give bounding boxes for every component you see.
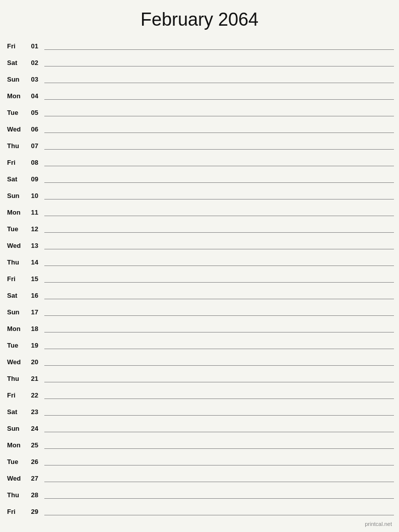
day-name: Sun <box>5 76 24 83</box>
calendar-container: Fri01Sat02Sun03Mon04Tue05Wed06Thu07Fri08… <box>0 35 399 517</box>
day-name: Wed <box>5 475 24 482</box>
day-line <box>44 381 394 382</box>
day-row: Thu28 <box>5 484 394 501</box>
day-name: Sun <box>5 308 24 316</box>
day-row: Sun17 <box>5 301 394 318</box>
day-row: Mon11 <box>5 202 394 218</box>
day-name: Fri <box>5 275 24 283</box>
day-number: 14 <box>24 258 38 266</box>
day-name: Mon <box>5 325 24 332</box>
day-number: 20 <box>24 358 38 366</box>
day-line <box>44 364 394 366</box>
day-number: 09 <box>24 175 38 183</box>
day-line <box>44 397 394 399</box>
day-line <box>44 298 394 299</box>
footer-credit: printcal.net <box>365 521 392 527</box>
day-line <box>44 431 394 432</box>
day-row: Fri08 <box>5 152 394 168</box>
day-row: Sat09 <box>5 168 394 185</box>
day-name: Mon <box>5 209 24 216</box>
day-number: 27 <box>24 475 38 482</box>
day-line <box>44 65 394 66</box>
day-row: Fri29 <box>5 501 394 517</box>
day-row: Wed13 <box>5 235 394 251</box>
day-line <box>44 264 394 266</box>
day-row: Sun03 <box>5 69 394 85</box>
day-number: 25 <box>24 441 38 449</box>
day-number: 12 <box>24 225 38 233</box>
day-number: 24 <box>24 425 38 432</box>
day-name: Sat <box>5 408 24 416</box>
day-name: Thu <box>5 375 24 382</box>
day-number: 16 <box>24 292 38 299</box>
day-name: Sun <box>5 192 24 200</box>
day-number: 21 <box>24 375 38 382</box>
day-row: Fri15 <box>5 268 394 285</box>
day-line <box>44 115 394 116</box>
day-number: 17 <box>24 308 38 316</box>
day-number: 15 <box>24 275 38 283</box>
day-row: Thu14 <box>5 251 394 268</box>
day-number: 28 <box>24 491 38 499</box>
day-name: Tue <box>5 342 24 349</box>
day-name: Tue <box>5 109 24 116</box>
day-row: Fri22 <box>5 384 394 401</box>
day-name: Wed <box>5 242 24 249</box>
day-row: Fri01 <box>5 35 394 52</box>
day-name: Sat <box>5 175 24 183</box>
day-row: Mon04 <box>5 85 394 102</box>
day-row: Sun24 <box>5 418 394 434</box>
day-number: 06 <box>24 125 38 133</box>
day-line <box>44 215 394 216</box>
day-line <box>44 148 394 150</box>
day-row: Tue12 <box>5 218 394 235</box>
day-line <box>44 314 394 316</box>
day-line <box>44 514 394 515</box>
day-name: Thu <box>5 142 24 150</box>
day-name: Fri <box>5 42 24 50</box>
day-number: 08 <box>24 159 38 166</box>
day-row: Tue26 <box>5 451 394 468</box>
day-row: Sat02 <box>5 52 394 69</box>
day-row: Sat16 <box>5 285 394 301</box>
day-line <box>44 165 394 166</box>
day-name: Sun <box>5 425 24 432</box>
day-row: Mon18 <box>5 318 394 335</box>
day-line <box>44 181 394 183</box>
day-row: Thu07 <box>5 135 394 152</box>
day-name: Mon <box>5 441 24 449</box>
day-number: 04 <box>24 92 38 100</box>
day-row: Mon25 <box>5 434 394 451</box>
day-line <box>44 98 394 100</box>
day-name: Tue <box>5 225 24 233</box>
day-line <box>44 248 394 249</box>
day-number: 18 <box>24 325 38 332</box>
day-name: Wed <box>5 358 24 366</box>
day-number: 29 <box>24 508 38 515</box>
day-number: 11 <box>24 209 38 216</box>
day-line <box>44 198 394 200</box>
day-line <box>44 131 394 133</box>
day-line <box>44 414 394 416</box>
day-number: 13 <box>24 242 38 249</box>
day-row: Thu21 <box>5 368 394 384</box>
day-line <box>44 497 394 499</box>
day-number: 03 <box>24 76 38 83</box>
day-line <box>44 231 394 233</box>
day-line <box>44 281 394 283</box>
day-number: 26 <box>24 458 38 466</box>
day-row: Tue05 <box>5 102 394 118</box>
day-line <box>44 464 394 466</box>
day-line <box>44 481 394 482</box>
day-number: 02 <box>24 59 38 66</box>
day-number: 05 <box>24 109 38 116</box>
day-line <box>44 48 394 50</box>
day-row: Sun10 <box>5 185 394 202</box>
day-line <box>44 348 394 349</box>
day-number: 01 <box>24 42 38 50</box>
day-name: Fri <box>5 508 24 515</box>
day-row: Wed27 <box>5 468 394 484</box>
day-name: Fri <box>5 391 24 399</box>
day-row: Sat23 <box>5 401 394 418</box>
day-number: 07 <box>24 142 38 150</box>
